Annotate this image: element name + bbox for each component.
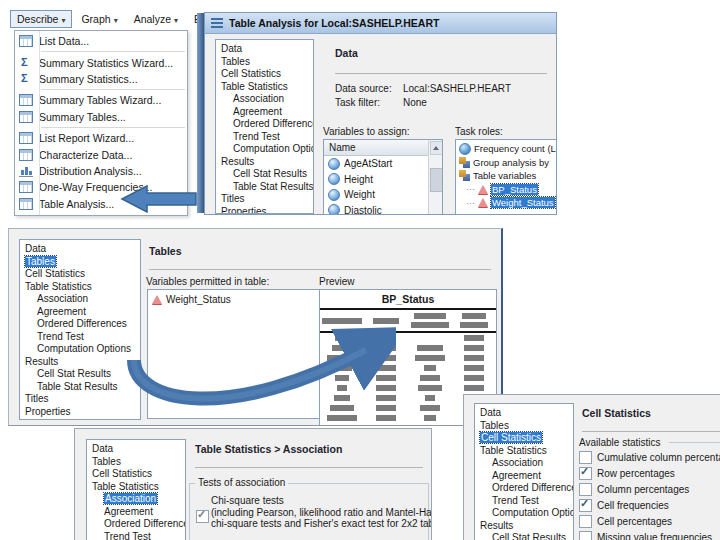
tables-panel-sidebar: Data Tables Cell Statistics Table Statis… — [19, 239, 141, 420]
variables-column-header[interactable]: Name — [324, 140, 442, 156]
sidebar-item[interactable]: Cell Statistics — [20, 268, 140, 281]
sidebar-item[interactable]: Cell Stat Results — [20, 368, 140, 381]
sidebar-item[interactable]: Trend Test — [475, 495, 573, 508]
sidebar-item[interactable]: Tables — [87, 456, 185, 469]
sidebar-item[interactable]: Table Stat Results — [20, 381, 140, 394]
sidebar-item[interactable]: Properties — [20, 406, 140, 419]
statistic-option: Cell frequencies — [579, 497, 720, 513]
sidebar-item[interactable]: Computation Options — [216, 143, 313, 156]
cell-statistics-panel: Data Tables Cell Statistics Table Statis… — [463, 394, 720, 540]
variables-permitted-label: Variables permitted in table: — [146, 276, 269, 287]
task-role-item[interactable]: Weight_Status — [456, 196, 557, 210]
menubar-item[interactable]: Graph — [74, 10, 124, 28]
sidebar-item[interactable]: Computation Options — [475, 507, 573, 520]
variable-list-item[interactable]: Weight — [324, 187, 442, 203]
menu-item[interactable]: Summary Tables... — [15, 109, 187, 125]
menubar-item[interactable]: Describe — [10, 10, 72, 28]
sidebar-item[interactable]: Table Statistics — [216, 81, 313, 94]
sidebar-item[interactable]: Computation Options — [20, 343, 140, 356]
task-roles-label: Task roles: — [455, 126, 503, 137]
sidebar-item[interactable]: Association — [475, 457, 573, 470]
task-role-item[interactable]: BP_Status — [456, 183, 557, 197]
sidebar-item[interactable]: Table Statistics — [475, 445, 573, 458]
chevron-down-icon — [174, 13, 178, 25]
sidebar-item[interactable]: Association — [216, 93, 313, 106]
sidebar-item[interactable]: Agreement — [475, 470, 573, 483]
sidebar-item[interactable]: Ordered Differences — [87, 518, 185, 531]
statistic-checkbox[interactable] — [579, 467, 592, 480]
menu-item-icon — [19, 94, 33, 106]
sidebar-item[interactable]: Ordered Differences — [475, 482, 573, 495]
permitted-variable-item[interactable]: Weight_Status — [148, 292, 322, 308]
statistic-checkbox[interactable] — [579, 515, 592, 528]
menu-item-icon — [19, 35, 33, 47]
task-role-icon — [459, 170, 470, 181]
sidebar-item[interactable]: Titles — [20, 393, 140, 406]
sidebar-item[interactable]: Association — [20, 293, 140, 306]
chi-square-checkbox[interactable] — [196, 510, 209, 523]
sidebar-item[interactable]: Cell Statistics — [216, 68, 313, 81]
sidebar-item[interactable]: Tables — [20, 256, 140, 269]
statistic-checkbox[interactable] — [579, 499, 592, 512]
sidebar-item[interactable]: Tables — [216, 56, 313, 69]
statistic-option: Missing value frequencies — [579, 529, 720, 540]
variable-list-item[interactable]: AgeAtStart — [324, 156, 442, 172]
sidebar-item[interactable]: Cell Statistics — [87, 468, 185, 481]
statistic-checkbox[interactable] — [579, 531, 592, 540]
menu-item[interactable]: List Data... — [15, 33, 187, 49]
group-label: Tests of association — [195, 477, 288, 488]
separator — [195, 467, 423, 468]
menu-item[interactable]: Distribution Analysis... — [15, 163, 187, 179]
sidebar-item[interactable]: Properties — [216, 206, 313, 215]
menu-item-label: Characterize Data... — [39, 149, 132, 161]
menubar-item[interactable]: Analyze — [127, 10, 185, 28]
scrollbar[interactable] — [428, 140, 442, 215]
sidebar-item[interactable]: Trend Test — [87, 531, 185, 540]
scrollbar-thumb[interactable] — [430, 168, 443, 192]
variable-list-item[interactable]: Diastolic — [324, 203, 442, 216]
statistic-label: Missing value frequencies — [597, 532, 712, 540]
variable-name: AgeAtStart — [344, 158, 392, 169]
sidebar-item[interactable]: Results — [475, 520, 573, 533]
sidebar-item[interactable]: Data — [87, 443, 185, 456]
menu-item[interactable]: Characterize Data... — [15, 146, 187, 162]
task-role-item[interactable]: Group analysis by — [456, 156, 557, 170]
sidebar-item[interactable]: Tables — [475, 420, 573, 433]
sidebar-item[interactable]: Cell Stat Results — [475, 532, 573, 540]
menu-gutter-line — [39, 31, 40, 215]
menu-item[interactable]: Summary Statistics... — [15, 71, 187, 87]
sidebar-item[interactable]: Data — [20, 243, 140, 256]
dialog-titlebar[interactable]: Table Analysis for Local:SASHELP.HEART — [205, 13, 556, 34]
sidebar-item[interactable]: Agreement — [87, 506, 185, 519]
sidebar-item[interactable]: Cell Statistics — [475, 432, 573, 445]
sidebar-item[interactable]: Agreement — [216, 106, 313, 119]
menu-item[interactable]: List Report Wizard... — [15, 130, 187, 146]
task-role-item[interactable]: Frequency count (Limit — [456, 142, 557, 156]
menu-item[interactable]: Summary Statistics Wizard... — [15, 54, 187, 70]
sidebar-item[interactable]: Table Statistics — [87, 481, 185, 494]
task-role-item[interactable]: Table variables — [456, 169, 557, 183]
sidebar-item[interactable]: Association — [87, 493, 185, 506]
sidebar-item[interactable]: Trend Test — [216, 131, 313, 144]
variable-list-item[interactable]: Height — [324, 172, 442, 188]
sidebar-item[interactable]: Results — [216, 156, 313, 169]
sidebar-item[interactable]: Trend Test — [20, 331, 140, 344]
sidebar-item[interactable]: Ordered Differences — [216, 118, 313, 131]
statistic-option: Cell percentages — [579, 513, 720, 529]
sidebar-item[interactable]: Table Stat Results — [216, 181, 313, 194]
page-heading: Tables — [149, 245, 181, 257]
sidebar-item[interactable]: Ordered Differences — [20, 318, 140, 331]
sidebar-item[interactable]: Agreement — [20, 306, 140, 319]
sidebar-item[interactable]: Data — [216, 43, 313, 56]
sidebar-item[interactable]: Cell Stat Results — [216, 168, 313, 181]
scrollbar-up-arrow[interactable] — [430, 141, 443, 155]
menu-item[interactable]: Summary Tables Wizard... — [15, 92, 187, 108]
sidebar-item[interactable]: Titles — [216, 193, 313, 206]
sidebar-item[interactable]: Results — [20, 356, 140, 369]
sidebar-item[interactable]: Table Statistics — [20, 281, 140, 294]
statistic-checkbox[interactable] — [579, 451, 592, 464]
sidebar-item[interactable]: Data — [475, 407, 573, 420]
statistic-label: Row percentages — [597, 468, 675, 479]
available-statistics-label: Available statistics — [579, 437, 661, 448]
statistic-checkbox[interactable] — [579, 483, 592, 496]
